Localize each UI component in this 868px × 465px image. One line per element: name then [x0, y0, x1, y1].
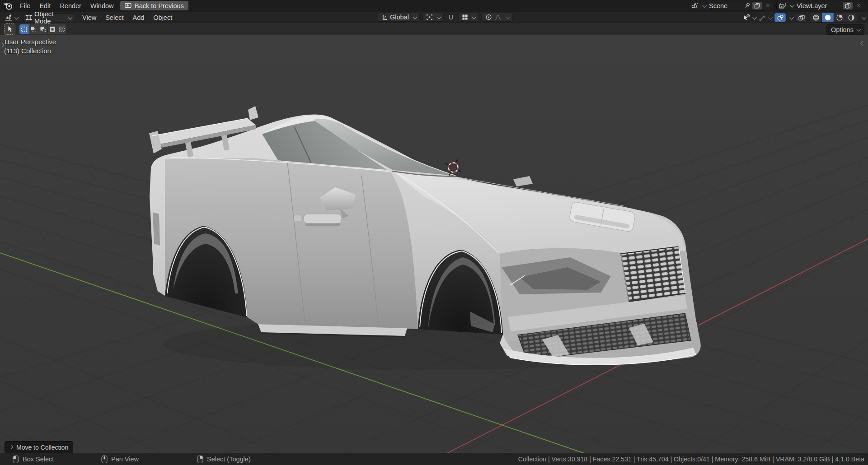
keymap-hint-label: Select (Toggle) — [207, 456, 251, 463]
transform-orientation-selector[interactable]: Global — [378, 13, 420, 22]
select-mode-set-button[interactable] — [19, 24, 29, 34]
shading-solid-button[interactable] — [822, 13, 834, 22]
shading-chevron-icon[interactable] — [862, 15, 866, 19]
menu-view[interactable]: View — [78, 13, 101, 23]
select-mode-intersect-button[interactable] — [57, 24, 66, 34]
new-scene-button[interactable] — [752, 2, 762, 9]
select-mode-subtract-button[interactable] — [38, 24, 48, 34]
select-mode-invert-button[interactable] — [48, 24, 57, 34]
select-set-icon — [21, 26, 27, 33]
proportional-editing-icon — [485, 14, 492, 20]
duplicate-icon — [754, 3, 760, 9]
shading-mode-group — [810, 13, 857, 23]
tool-settings-bar: Options — [0, 22, 868, 35]
overlays-icon — [777, 14, 784, 21]
duplicate-icon — [845, 3, 851, 9]
falloff-curve-icon — [495, 14, 501, 20]
pin-icon[interactable] — [744, 2, 751, 9]
view-layer-icon[interactable] — [779, 2, 786, 9]
editor-type-chevron-icon — [14, 15, 19, 19]
overlays-chevron-icon[interactable] — [789, 15, 794, 19]
scene-selector[interactable]: Scene ✕ — [689, 1, 774, 10]
blender-logo-icon[interactable] — [3, 2, 13, 10]
menu-object[interactable]: Object — [149, 13, 177, 23]
select-subtract-icon — [40, 26, 46, 33]
options-chevron-icon — [856, 27, 861, 32]
gizmo-arrow-icon — [759, 14, 766, 21]
mode-selector-value: Object Mode — [34, 10, 64, 25]
editor-type-button[interactable] — [3, 14, 19, 22]
keymap-hint-label: Box Select — [23, 456, 54, 463]
new-view-layer-button[interactable] — [843, 2, 853, 9]
menu-render[interactable]: Render — [55, 0, 86, 12]
show-overlays-toggle[interactable] — [774, 13, 786, 22]
snap-toggle-button[interactable] — [446, 14, 455, 21]
keymap-hint: Box Select — [13, 453, 54, 465]
right-mouse-icon — [197, 455, 203, 464]
back-to-previous-button[interactable]: Back to Previous — [120, 1, 188, 10]
3d-viewport-icon — [4, 14, 13, 22]
tool-options-label: Options — [831, 26, 854, 33]
screen-back-icon — [125, 3, 131, 9]
scene-browse-chevron-icon[interactable] — [702, 3, 707, 8]
select-intersect-icon — [59, 26, 65, 33]
cursor-arrow-icon — [6, 25, 13, 33]
orientation-axes-icon — [381, 14, 388, 20]
pivot-point-selector[interactable] — [422, 13, 444, 22]
expand-operator-chevron-icon[interactable] — [9, 445, 14, 450]
keymap-hint: Pan View — [101, 453, 139, 465]
show-gizmo-button[interactable] — [759, 14, 772, 21]
view-name-overlay: User Perspective — [5, 38, 56, 46]
material-sphere-icon — [836, 14, 843, 21]
3d-viewport[interactable] — [0, 35, 868, 453]
operator-panel[interactable]: Move to Collection — [5, 441, 73, 453]
status-bar: Box Select Pan View Select (Toggle) Coll… — [0, 453, 868, 465]
view-layer-name[interactable]: ViewLayer — [795, 2, 841, 9]
menu-select[interactable]: Select — [101, 13, 128, 23]
mode-selector[interactable]: Object Mode — [23, 13, 74, 22]
shading-wireframe-button[interactable] — [810, 13, 822, 22]
xray-icon — [798, 14, 805, 21]
scene-icon[interactable] — [691, 2, 699, 9]
menu-file[interactable]: File — [15, 0, 35, 12]
snap-increment-icon — [462, 14, 468, 20]
menu-add[interactable]: Add — [128, 13, 149, 23]
object-visibility-filter-button[interactable] — [742, 14, 756, 21]
menu-edit[interactable]: Edit — [35, 0, 55, 12]
viewport-canvas — [0, 35, 868, 453]
wireframe-sphere-icon — [812, 14, 820, 21]
keymap-hint: Select (Toggle) — [197, 453, 251, 465]
tool-options-dropdown[interactable]: Options — [826, 24, 864, 35]
snap-target-selector[interactable] — [458, 13, 479, 22]
scene-name[interactable]: Scene — [708, 2, 742, 9]
gizmo-chevron-icon — [768, 15, 773, 19]
menu-window[interactable]: Window — [86, 0, 118, 12]
select-mode-group — [19, 24, 66, 34]
view-layer-browse-chevron-icon[interactable] — [790, 3, 794, 8]
shading-rendered-button[interactable] — [845, 13, 857, 22]
xray-toggle[interactable] — [796, 13, 807, 22]
shading-material-button[interactable] — [834, 13, 845, 22]
rendered-sphere-icon — [848, 14, 855, 21]
middle-mouse-icon — [101, 455, 108, 464]
select-mode-extend-button[interactable] — [29, 24, 38, 34]
keymap-hint-label: Pan View — [111, 456, 139, 463]
view-layer-selector[interactable]: ViewLayer ✕ — [776, 1, 865, 10]
operator-panel-label: Move to Collection — [16, 444, 68, 451]
back-to-previous-label: Back to Previous — [135, 2, 184, 9]
select-invert-icon — [49, 26, 56, 33]
visibility-cursor-eye-icon — [742, 14, 751, 21]
magnet-icon — [447, 14, 455, 21]
active-tool-select-box[interactable] — [4, 23, 15, 35]
object-mode-icon — [26, 14, 32, 21]
unlink-scene-button: ✕ — [764, 2, 772, 9]
select-extend-icon — [30, 26, 37, 33]
left-mouse-icon — [13, 455, 19, 464]
snap-chevron-icon — [472, 14, 476, 19]
pivot-point-icon — [426, 14, 433, 20]
blender-window: File Edit Render Window Help Back to Pre… — [0, 0, 868, 465]
scene-statistics: Collection | Verts:30,918 | Faces:22,531… — [518, 453, 864, 465]
proportional-editing-group[interactable] — [482, 13, 513, 22]
mode-chevron-icon — [68, 15, 72, 19]
pivot-chevron-icon — [436, 14, 441, 19]
